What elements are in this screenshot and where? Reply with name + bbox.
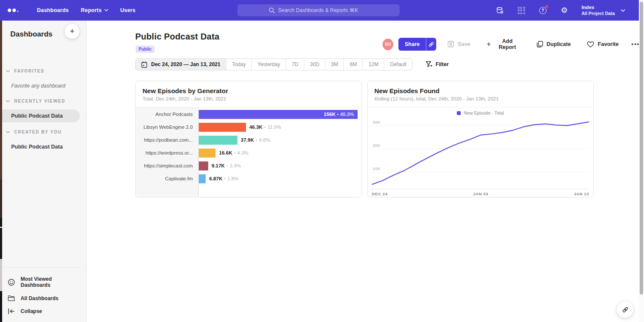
all-dashboards-button[interactable]: All Dashboards — [0, 292, 82, 305]
preset-30d[interactable]: 30D — [304, 59, 325, 70]
save-button[interactable]: Save — [447, 41, 470, 48]
bar[interactable] — [199, 136, 237, 145]
bar-row: 6.87K•1.8% — [199, 172, 361, 185]
favorite-button[interactable]: Favorite — [587, 41, 619, 48]
section-favorites[interactable]: FAVORITES — [0, 69, 86, 73]
x-tick: JAN 13 — [574, 191, 589, 196]
section-created-by-you[interactable]: CREATED BY YOU — [0, 130, 86, 134]
line-chart-svg — [372, 118, 589, 189]
apps-grid-icon[interactable] — [517, 6, 526, 15]
bar-category-label: https://wordpress.or... — [136, 146, 198, 159]
chart-legend: New Episode - Total — [368, 109, 593, 117]
section-label: FAVORITES — [14, 69, 44, 73]
heart-icon — [587, 41, 594, 48]
app-logo-icon[interactable] — [8, 9, 25, 12]
bar-value-label: 46.3K•11.9% — [249, 125, 281, 130]
bar-row: 9.17K•2.4% — [199, 159, 361, 172]
filter-label: Filter — [436, 61, 449, 67]
page-scrollbar[interactable] — [639, 0, 644, 322]
bar-row: 37.9K•9.8% — [199, 134, 361, 146]
nav-item-dashboards[interactable]: Dashboards — [37, 7, 69, 13]
project-name: Index — [581, 4, 615, 10]
bar[interactable] — [199, 161, 208, 170]
most-viewed-dashboards-button[interactable]: Most Viewed Dashboards — [0, 273, 82, 292]
preset-default[interactable]: Default — [384, 59, 412, 70]
bar-category-label: Libsyn WebEngine 2.0 — [136, 121, 198, 134]
bar-chart-subtitle: Total, Dec 24th, 2020 - Jan 13th, 2021 — [143, 96, 355, 101]
add-report-label: Add Report — [494, 38, 520, 50]
save-label: Save — [458, 41, 470, 47]
sidebar-item-public-podcast-data-created[interactable]: Public Podcast Data — [0, 140, 86, 153]
preset-yesterday[interactable]: Yesterday — [252, 59, 286, 70]
collapse-sidebar-button[interactable]: Collapse — [0, 305, 82, 318]
data-line — [372, 122, 589, 185]
preset-3m[interactable]: 3M — [325, 59, 344, 70]
data-sources-icon[interactable] — [495, 6, 504, 15]
chevron-down-icon — [6, 100, 10, 103]
line-chart-header: New Episodes Found Rolling (12 hours), t… — [368, 81, 593, 107]
public-badge: Public — [136, 46, 155, 53]
sidebar-footer: Most Viewed Dashboards All Dashboards Co… — [0, 267, 82, 319]
sidebar-title: Dashboards — [10, 30, 52, 39]
duplicate-icon — [537, 41, 543, 48]
preset-today[interactable]: Today — [226, 59, 252, 70]
preset-6m[interactable]: 6M — [344, 59, 363, 70]
bar-category-label: https://simplecast.com — [136, 159, 198, 172]
bar-rows: 156K • 40.3%46.3K•11.9%37.9K•9.8%16.6K•4… — [199, 107, 361, 197]
footer-item-label: Collapse — [21, 308, 42, 314]
preset-7d[interactable]: 7D — [286, 59, 304, 70]
bar-chart-header: New Episodes by Generator Total, Dec 24t… — [136, 81, 361, 107]
share-button[interactable]: Share — [398, 38, 426, 51]
project-scope: All Project Data — [581, 11, 615, 16]
nav-item-reports[interactable]: Reports — [81, 7, 108, 13]
save-icon — [447, 41, 454, 48]
footer-item-label: All Dashboards — [21, 295, 58, 301]
line-plot[interactable]: 10K20K30K — [372, 118, 589, 189]
bar[interactable] — [199, 123, 246, 132]
add-dashboard-button[interactable]: + — [65, 24, 79, 39]
filter-funnel-icon — [425, 61, 432, 68]
main-content: Public Podcast Data Public RH Share Save… — [87, 21, 639, 322]
project-switcher[interactable]: Index All Project Data — [581, 4, 625, 16]
search-bar[interactable] — [237, 4, 400, 16]
date-range-group: Dec 24, 2020 — Jan 13, 2021 Today Yester… — [135, 58, 413, 70]
bar-value-label: 9.17K•2.4% — [212, 163, 241, 168]
date-range-picker[interactable]: Dec 24, 2020 — Jan 13, 2021 — [136, 59, 226, 70]
nav-item-label: Users — [120, 7, 136, 13]
bar-value-label: 6.87K•1.8% — [209, 176, 238, 181]
more-options-button[interactable] — [632, 43, 639, 45]
header-actions: RH Share Save + Add Report Duplicate Fav… — [383, 38, 639, 51]
sidebar-item-public-podcast-data[interactable]: Public Podcast Data — [0, 109, 80, 122]
calendar-icon — [141, 61, 147, 68]
bar-category-label: https://podbean.com... — [136, 134, 198, 146]
bar-value-label: 16.6K•4.3% — [219, 150, 248, 155]
search-input[interactable] — [278, 7, 368, 13]
add-report-button[interactable]: + Add Report — [486, 38, 520, 50]
bar-row: 46.3K•11.9% — [199, 121, 361, 134]
plus-icon: + — [486, 40, 491, 49]
settings-gear-icon[interactable]: ⚙ — [560, 6, 568, 15]
bar[interactable] — [199, 149, 216, 158]
bar[interactable] — [199, 174, 206, 183]
favorite-label: Favorite — [598, 41, 619, 47]
bar[interactable]: 156K • 40.3% — [199, 110, 358, 119]
floating-share-link-button[interactable] — [617, 301, 633, 318]
help-icon[interactable]: ? — [538, 6, 547, 15]
sidebar: Dashboards + FAVORITES Favorite any dash… — [0, 21, 87, 322]
legend-swatch — [457, 111, 461, 115]
line-chart-subtitle: Rolling (12 hours), total, Dec 24th, 202… — [374, 96, 586, 101]
x-tick: JAN 03 — [473, 191, 489, 196]
duplicate-button[interactable]: Duplicate — [537, 41, 571, 48]
filter-button[interactable]: Filter — [425, 61, 449, 68]
avatar[interactable]: RH — [383, 39, 393, 50]
bar-row: 16.6K•4.3% — [199, 146, 361, 159]
scrollbar-thumb[interactable] — [640, 2, 643, 295]
section-recently-viewed[interactable]: RECENTLY VIEWED — [0, 99, 86, 103]
share-link-button[interactable] — [426, 38, 436, 51]
favorites-empty-text: Favorite any dashboard — [11, 83, 86, 89]
nav-item-users[interactable]: Users — [120, 7, 136, 13]
legend-label: New Episode - Total — [464, 110, 504, 115]
preset-12m[interactable]: 12M — [363, 59, 384, 70]
line-chart-card: New Episodes Found Rolling (12 hours), t… — [367, 81, 594, 197]
bar-chart-card: New Episodes by Generator Total, Dec 24t… — [135, 81, 362, 197]
